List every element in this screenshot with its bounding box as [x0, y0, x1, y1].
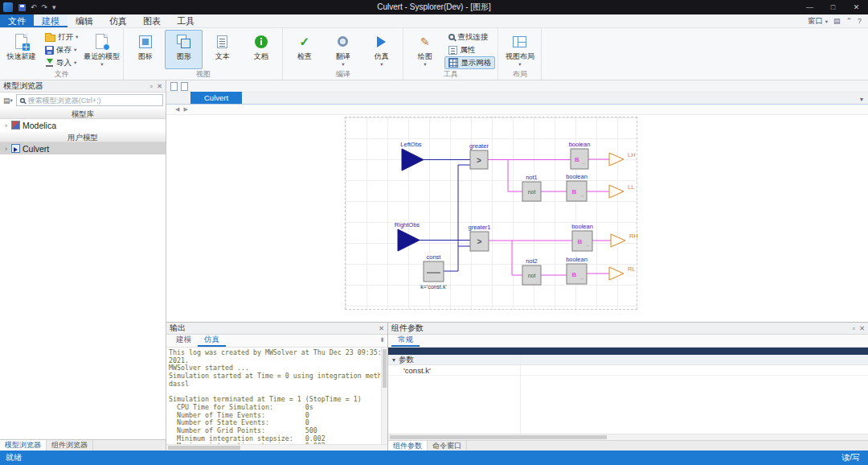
info-icon — [255, 35, 268, 48]
scroll-lock-icon[interactable]: ⇟ — [379, 336, 385, 344]
tab-component-browser[interactable]: 组件浏览器 — [47, 440, 93, 451]
redo-icon[interactable]: ↷ — [39, 0, 51, 14]
menu-tools[interactable]: 工具 — [169, 14, 203, 27]
search-icon — [20, 97, 25, 102]
document-button[interactable]: 文档 — [242, 30, 280, 69]
ribbon-group-layout: 视图布局▾ 布局 — [498, 28, 542, 80]
model-icon — [11, 144, 20, 153]
output-connector-RH[interactable] — [611, 234, 625, 247]
parameters-table-header — [388, 348, 868, 355]
properties-button[interactable]: 属性 — [444, 43, 495, 56]
float-panel-icon[interactable]: ▫ — [853, 324, 855, 332]
expander-icon[interactable]: › — [3, 121, 9, 130]
close-output-icon[interactable]: ✕ — [379, 324, 384, 332]
window-title: Culvert - Sysplorer(Dev) - [图形] — [0, 2, 868, 13]
new-page-icon — [15, 34, 27, 49]
show-grid-button[interactable]: 显示网格 — [444, 56, 495, 69]
menu-modeling[interactable]: 建模 — [34, 14, 68, 27]
find-connection-button[interactable]: 查找连接 — [444, 31, 495, 43]
menu-chart[interactable]: 图表 — [135, 14, 169, 27]
input-connector-RightObs[interactable] — [398, 229, 420, 251]
save-icon[interactable] — [18, 4, 26, 11]
help-icon[interactable]: ? — [858, 17, 862, 25]
output-connector-RL[interactable] — [609, 267, 624, 280]
simulate-button[interactable]: 仿真▾ — [362, 30, 400, 69]
window-menu[interactable]: 窗口 ▾ — [808, 16, 828, 27]
model-search-box[interactable] — [16, 94, 163, 106]
icon-view-button[interactable]: 图标 — [126, 30, 164, 69]
open-button[interactable]: 打开▾ — [41, 31, 82, 43]
import-button[interactable]: 导入▾ — [41, 56, 82, 69]
filter-button[interactable]: ▤▾ — [2, 97, 14, 105]
save-button[interactable]: 保存▾ — [41, 43, 82, 56]
parameters-title: 组件参数 — [391, 323, 424, 334]
block-const[interactable] — [424, 261, 444, 282]
collapse-ribbon-icon[interactable]: ⌃ — [845, 17, 852, 25]
diagram-connection[interactable] — [512, 241, 522, 275]
close-panel-icon[interactable]: ✕ — [157, 82, 162, 90]
tab-general[interactable]: 常规 — [391, 334, 420, 347]
output-vertical-scrollbar[interactable] — [381, 348, 387, 444]
view-layout-button[interactable]: 视图布局▾ — [501, 30, 538, 69]
expander-icon[interactable]: › — [3, 145, 9, 153]
block-boolean-lh[interactable] — [571, 149, 588, 169]
text-view-button[interactable]: 文本 — [203, 30, 241, 69]
properties-icon — [448, 46, 457, 55]
close-parameters-icon[interactable]: ✕ — [859, 324, 865, 332]
diagram-nav-strip: ◀ ▶ — [166, 105, 868, 115]
document-tab-bar: Culvert ▾ — [166, 93, 868, 105]
parameter-name: 'const.k' — [403, 366, 431, 375]
tree-item-culvert[interactable]: › Culvert — [0, 142, 166, 154]
section-user-models[interactable]: 用户模型 — [0, 131, 166, 142]
collapse-icon[interactable]: ▾ — [392, 356, 395, 364]
section-model-library[interactable]: 模型库 — [0, 108, 166, 119]
tree-item-modelica[interactable]: › Modelica — [0, 119, 166, 131]
diagram-view-button[interactable]: 图形 — [165, 30, 203, 69]
layout-icon — [513, 36, 526, 47]
tab-command-window[interactable]: 命令窗口 — [428, 441, 467, 451]
tab-component-parameters[interactable]: 组件参数 — [388, 441, 428, 451]
recent-models-button[interactable]: 最近的模型▾ — [83, 30, 121, 69]
tab-overflow-icon[interactable]: ▾ — [860, 96, 863, 103]
tab-culvert[interactable]: Culvert — [190, 92, 242, 104]
menu-simulation[interactable]: 仿真 — [101, 14, 135, 27]
draw-button[interactable]: ✎ 绘图▾ — [406, 30, 444, 69]
tab-modeling-log[interactable]: 建模 — [170, 334, 198, 347]
folder-icon — [45, 35, 55, 42]
parameter-group-row[interactable]: ▾ 参数 — [388, 355, 868, 365]
pin-icon[interactable]: ▫ — [150, 82, 153, 90]
diagram-svg: LeftObsRightObsLHLLRHRLgreater>greater1>… — [166, 115, 867, 322]
output-connector-LL[interactable] — [609, 185, 624, 198]
parameter-row[interactable]: 'const.k' — [388, 365, 868, 376]
check-button[interactable]: ✓ 检查 — [285, 30, 323, 69]
diagram-connection[interactable] — [444, 165, 470, 271]
undo-icon[interactable]: ↶ — [28, 0, 39, 14]
close-button[interactable]: ✕ — [845, 0, 868, 14]
input-connector-LeftObs[interactable] — [402, 149, 424, 171]
nav-forward-icon[interactable]: ▶ — [183, 106, 187, 113]
diagram-connection[interactable] — [508, 160, 522, 192]
menu-file[interactable]: 文件 — [0, 14, 34, 27]
menu-edit[interactable]: 编辑 — [68, 14, 101, 27]
qat-dropdown-icon[interactable]: ▾ — [50, 0, 59, 14]
block-boolean-rl[interactable] — [567, 264, 587, 284]
output-horizontal-scrollbar[interactable] — [166, 444, 387, 451]
parameters-horizontal-scrollbar[interactable] — [388, 434, 868, 440]
translate-button[interactable]: 翻译▾ — [324, 30, 362, 69]
output-connector-LH[interactable] — [609, 153, 624, 166]
document-icon[interactable] — [181, 82, 188, 91]
boolean-glyph: B — [578, 238, 583, 245]
search-input[interactable] — [28, 97, 160, 105]
tab-model-browser[interactable]: 模型浏览器 — [0, 440, 47, 451]
nav-back-icon[interactable]: ◀ — [175, 106, 179, 113]
tab-simulation-log[interactable]: 仿真 — [198, 334, 226, 347]
block-boolean-ll[interactable] — [567, 181, 587, 201]
document-icon[interactable] — [170, 82, 178, 91]
block-boolean-rh[interactable] — [572, 231, 592, 251]
minimize-button[interactable]: — — [798, 0, 821, 14]
diagram-canvas[interactable]: LeftObsRightObsLHLLRHRLgreater>greater1>… — [166, 115, 868, 322]
maximize-button[interactable]: □ — [821, 0, 845, 14]
quick-new-button[interactable]: 快速新建 — [2, 30, 40, 69]
list-icon[interactable]: ▤ — [833, 17, 841, 25]
block-label: greater1 — [469, 224, 491, 231]
